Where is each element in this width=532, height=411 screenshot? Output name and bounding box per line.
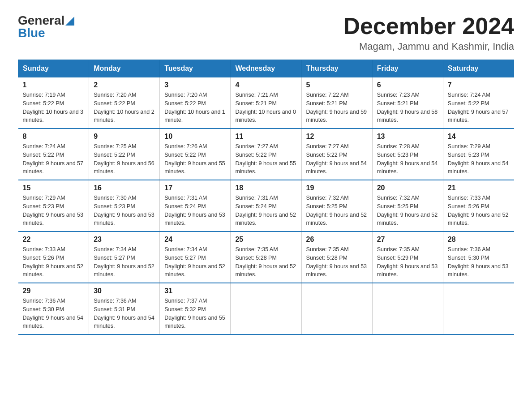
day-cell-9: 9 Sunrise: 7:25 AMSunset: 5:22 PMDayligh… <box>89 128 160 180</box>
day-number: 29 <box>23 287 85 295</box>
day-cell-28: 28 Sunrise: 7:36 AMSunset: 5:30 PMDaylig… <box>443 231 514 283</box>
week-row-1: 1 Sunrise: 7:19 AMSunset: 5:22 PMDayligh… <box>18 77 514 129</box>
day-info: Sunrise: 7:29 AMSunset: 5:23 PMDaylight:… <box>448 143 509 175</box>
day-number: 16 <box>94 184 155 192</box>
day-info: Sunrise: 7:23 AMSunset: 5:21 PMDaylight:… <box>377 92 438 123</box>
header-friday: Friday <box>372 60 443 77</box>
day-info: Sunrise: 7:20 AMSunset: 5:22 PMDaylight:… <box>164 92 225 123</box>
week-row-4: 22 Sunrise: 7:33 AMSunset: 5:26 PMDaylig… <box>18 231 514 283</box>
day-cell-7: 7 Sunrise: 7:24 AMSunset: 5:22 PMDayligh… <box>443 77 514 129</box>
day-number: 12 <box>306 133 368 141</box>
day-number: 19 <box>306 184 368 192</box>
day-info: Sunrise: 7:32 AMSunset: 5:25 PMDaylight:… <box>377 195 438 226</box>
day-info: Sunrise: 7:30 AMSunset: 5:23 PMDaylight:… <box>94 195 154 226</box>
day-cell-12: 12 Sunrise: 7:27 AMSunset: 5:22 PMDaylig… <box>301 128 372 180</box>
header-sunday: Sunday <box>18 60 89 77</box>
day-info: Sunrise: 7:28 AMSunset: 5:23 PMDaylight:… <box>377 143 438 175</box>
day-number: 28 <box>448 235 510 244</box>
day-cell-25: 25 Sunrise: 7:35 AMSunset: 5:28 PMDaylig… <box>231 231 301 283</box>
day-number: 5 <box>306 81 368 89</box>
day-info: Sunrise: 7:36 AMSunset: 5:30 PMDaylight:… <box>448 246 509 278</box>
day-number: 30 <box>94 287 155 295</box>
day-info: Sunrise: 7:37 AMSunset: 5:32 PMDaylight:… <box>164 298 225 329</box>
day-cell-17: 17 Sunrise: 7:31 AMSunset: 5:24 PMDaylig… <box>160 180 231 231</box>
day-info: Sunrise: 7:33 AMSunset: 5:26 PMDaylight:… <box>448 195 509 226</box>
day-number: 11 <box>235 133 296 141</box>
day-cell-29: 29 Sunrise: 7:36 AMSunset: 5:30 PMDaylig… <box>18 283 89 334</box>
day-cell-11: 11 Sunrise: 7:27 AMSunset: 5:22 PMDaylig… <box>231 128 301 180</box>
day-number: 18 <box>235 184 296 192</box>
day-info: Sunrise: 7:25 AMSunset: 5:22 PMDaylight:… <box>94 143 154 175</box>
weekday-header-row: SundayMondayTuesdayWednesdayThursdayFrid… <box>18 60 514 77</box>
day-info: Sunrise: 7:24 AMSunset: 5:22 PMDaylight:… <box>23 143 84 175</box>
day-info: Sunrise: 7:21 AMSunset: 5:21 PMDaylight:… <box>235 92 296 123</box>
empty-cell-4-4 <box>301 283 372 334</box>
day-cell-6: 6 Sunrise: 7:23 AMSunset: 5:21 PMDayligh… <box>372 77 443 129</box>
day-info: Sunrise: 7:32 AMSunset: 5:25 PMDaylight:… <box>306 195 367 226</box>
day-info: Sunrise: 7:34 AMSunset: 5:27 PMDaylight:… <box>94 246 154 278</box>
day-cell-10: 10 Sunrise: 7:26 AMSunset: 5:22 PMDaylig… <box>160 128 231 180</box>
day-info: Sunrise: 7:31 AMSunset: 5:24 PMDaylight:… <box>235 195 296 226</box>
day-info: Sunrise: 7:35 AMSunset: 5:29 PMDaylight:… <box>377 246 438 278</box>
empty-cell-4-6 <box>443 283 514 334</box>
day-cell-13: 13 Sunrise: 7:28 AMSunset: 5:23 PMDaylig… <box>372 128 443 180</box>
day-cell-14: 14 Sunrise: 7:29 AMSunset: 5:23 PMDaylig… <box>443 128 514 180</box>
day-cell-3: 3 Sunrise: 7:20 AMSunset: 5:22 PMDayligh… <box>160 77 231 129</box>
day-cell-19: 19 Sunrise: 7:32 AMSunset: 5:25 PMDaylig… <box>301 180 372 231</box>
day-number: 25 <box>235 235 296 244</box>
logo: General Blue <box>18 13 74 40</box>
header-tuesday: Tuesday <box>160 60 231 77</box>
location-title: Magam, Jammu and Kashmir, India <box>343 41 514 52</box>
day-number: 24 <box>164 235 226 244</box>
day-number: 9 <box>94 133 155 141</box>
day-number: 7 <box>448 81 510 89</box>
title-section: December 2024 Magam, Jammu and Kashmir, … <box>343 13 514 52</box>
day-info: Sunrise: 7:36 AMSunset: 5:31 PMDaylight:… <box>94 298 154 329</box>
day-cell-26: 26 Sunrise: 7:35 AMSunset: 5:28 PMDaylig… <box>301 231 372 283</box>
day-number: 1 <box>23 81 85 89</box>
logo-blue-text: Blue <box>18 26 45 40</box>
week-row-5: 29 Sunrise: 7:36 AMSunset: 5:30 PMDaylig… <box>18 283 514 334</box>
empty-cell-4-3 <box>231 283 301 334</box>
day-cell-31: 31 Sunrise: 7:37 AMSunset: 5:32 PMDaylig… <box>160 283 231 334</box>
logo-triangle-icon <box>65 17 74 26</box>
day-cell-22: 22 Sunrise: 7:33 AMSunset: 5:26 PMDaylig… <box>18 231 89 283</box>
day-cell-16: 16 Sunrise: 7:30 AMSunset: 5:23 PMDaylig… <box>89 180 160 231</box>
day-cell-4: 4 Sunrise: 7:21 AMSunset: 5:21 PMDayligh… <box>231 77 301 129</box>
calendar-table: SundayMondayTuesdayWednesdayThursdayFrid… <box>18 60 514 335</box>
day-cell-2: 2 Sunrise: 7:20 AMSunset: 5:22 PMDayligh… <box>89 77 160 129</box>
day-info: Sunrise: 7:36 AMSunset: 5:30 PMDaylight:… <box>23 298 84 329</box>
day-number: 21 <box>448 184 510 192</box>
day-number: 6 <box>377 81 438 89</box>
day-info: Sunrise: 7:26 AMSunset: 5:22 PMDaylight:… <box>164 143 225 175</box>
day-number: 17 <box>164 184 226 192</box>
day-info: Sunrise: 7:34 AMSunset: 5:27 PMDaylight:… <box>164 246 225 278</box>
svg-marker-0 <box>65 17 74 26</box>
day-cell-8: 8 Sunrise: 7:24 AMSunset: 5:22 PMDayligh… <box>18 128 89 180</box>
day-number: 10 <box>164 133 226 141</box>
day-number: 2 <box>94 81 155 89</box>
day-cell-1: 1 Sunrise: 7:19 AMSunset: 5:22 PMDayligh… <box>18 77 89 129</box>
day-number: 15 <box>23 184 85 192</box>
day-info: Sunrise: 7:24 AMSunset: 5:22 PMDaylight:… <box>448 92 509 123</box>
day-cell-24: 24 Sunrise: 7:34 AMSunset: 5:27 PMDaylig… <box>160 231 231 283</box>
day-cell-27: 27 Sunrise: 7:35 AMSunset: 5:29 PMDaylig… <box>372 231 443 283</box>
week-row-2: 8 Sunrise: 7:24 AMSunset: 5:22 PMDayligh… <box>18 128 514 180</box>
day-number: 26 <box>306 235 368 244</box>
day-cell-15: 15 Sunrise: 7:29 AMSunset: 5:23 PMDaylig… <box>18 180 89 231</box>
day-info: Sunrise: 7:27 AMSunset: 5:22 PMDaylight:… <box>306 143 367 175</box>
day-number: 23 <box>94 235 155 244</box>
header-saturday: Saturday <box>443 60 514 77</box>
week-row-3: 15 Sunrise: 7:29 AMSunset: 5:23 PMDaylig… <box>18 180 514 231</box>
page-header: General Blue December 2024 Magam, Jammu … <box>18 13 514 52</box>
day-info: Sunrise: 7:20 AMSunset: 5:22 PMDaylight:… <box>94 92 154 123</box>
day-number: 3 <box>164 81 226 89</box>
header-monday: Monday <box>89 60 160 77</box>
header-wednesday: Wednesday <box>231 60 301 77</box>
day-info: Sunrise: 7:27 AMSunset: 5:22 PMDaylight:… <box>235 143 296 175</box>
day-cell-23: 23 Sunrise: 7:34 AMSunset: 5:27 PMDaylig… <box>89 231 160 283</box>
header-thursday: Thursday <box>301 60 372 77</box>
day-number: 14 <box>448 133 510 141</box>
day-cell-30: 30 Sunrise: 7:36 AMSunset: 5:31 PMDaylig… <box>89 283 160 334</box>
day-cell-21: 21 Sunrise: 7:33 AMSunset: 5:26 PMDaylig… <box>443 180 514 231</box>
